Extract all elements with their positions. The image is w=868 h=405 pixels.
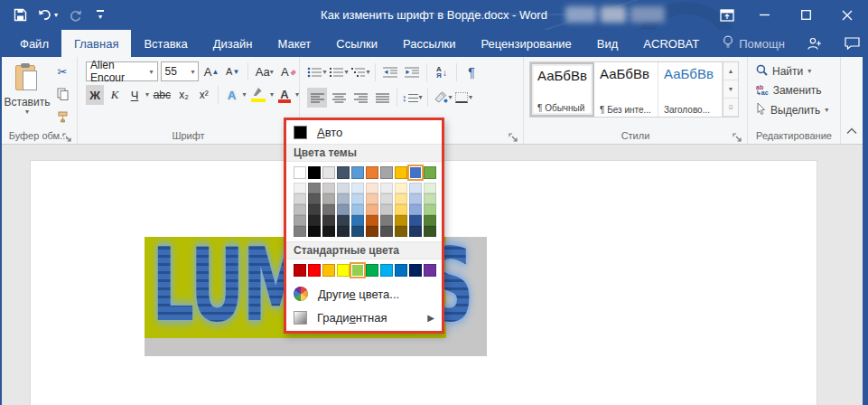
theme-variant-swatch[interactable]	[337, 193, 350, 204]
copy-icon[interactable]	[52, 85, 72, 103]
tab-Файл[interactable]: Файл	[7, 30, 61, 57]
text-effects-button[interactable]: А	[223, 85, 241, 105]
increase-indent-icon[interactable]	[402, 62, 422, 82]
paste-dropdown-arrow[interactable]: ▾	[25, 108, 29, 116]
strikethrough-button[interactable]: abc	[151, 85, 173, 105]
styles-scroll-down-icon[interactable]: ▼	[723, 80, 738, 99]
font-size-combobox[interactable]: 55▾	[161, 61, 200, 81]
theme-variant-swatch[interactable]	[395, 204, 407, 215]
italic-button[interactable]: К	[106, 85, 124, 105]
standard-color-swatch[interactable]	[366, 264, 378, 277]
theme-color-swatch[interactable]	[366, 166, 378, 179]
theme-variant-swatch[interactable]	[366, 215, 378, 226]
theme-color-swatch[interactable]	[409, 166, 422, 179]
tab-Дизайн[interactable]: Дизайн	[201, 30, 266, 57]
standard-color-swatch[interactable]	[308, 264, 321, 277]
theme-variant-swatch[interactable]	[366, 183, 378, 193]
sort-icon[interactable]: АЯ↓	[432, 62, 452, 82]
theme-variant-swatch[interactable]	[294, 215, 306, 226]
theme-variant-swatch[interactable]	[337, 204, 350, 215]
underline-button[interactable]: Ч	[126, 85, 144, 105]
clear-formatting-button[interactable]: А	[278, 61, 299, 81]
theme-variant-swatch[interactable]	[308, 193, 321, 204]
theme-variant-swatch[interactable]	[351, 204, 364, 215]
theme-variant-swatch[interactable]	[380, 226, 393, 237]
select-dropdown-arrow[interactable]: ▾	[825, 107, 828, 114]
minimize-button[interactable]	[743, 0, 785, 30]
cut-icon[interactable]: ✂	[52, 62, 72, 80]
highlight-dropdown-arrow[interactable]: ▾	[270, 91, 274, 99]
text-effects-dropdown-arrow[interactable]: ▾	[243, 91, 247, 99]
tab-ACROBAT[interactable]: ACROBAT	[630, 30, 712, 57]
theme-variant-swatch[interactable]	[395, 183, 407, 193]
theme-variant-swatch[interactable]	[308, 226, 321, 237]
theme-variant-swatch[interactable]	[366, 204, 378, 215]
paragraph-dialog-launcher-icon[interactable]	[509, 130, 519, 141]
more-colors-item[interactable]: Другие цвета...	[286, 282, 442, 306]
theme-variant-swatch[interactable]	[380, 193, 393, 204]
decrease-indent-icon[interactable]	[380, 62, 400, 82]
theme-variant-swatch[interactable]	[294, 183, 306, 193]
font-name-combobox[interactable]: Alien Encour▾	[86, 61, 158, 81]
theme-variant-swatch[interactable]	[337, 226, 350, 237]
tab-Главная[interactable]: Главная	[61, 30, 131, 57]
theme-variant-swatch[interactable]	[380, 204, 393, 215]
theme-variant-swatch[interactable]	[395, 193, 407, 204]
theme-variant-swatch[interactable]	[380, 183, 393, 193]
standard-color-swatch[interactable]	[409, 264, 422, 277]
close-button[interactable]	[826, 0, 868, 30]
theme-variant-swatch[interactable]	[351, 215, 364, 226]
tab-helper[interactable]: Помощн	[712, 30, 796, 57]
theme-variant-swatch[interactable]	[351, 226, 364, 237]
theme-variant-swatch[interactable]	[395, 215, 407, 226]
theme-variant-swatch[interactable]	[409, 226, 422, 237]
collapse-ribbon-icon[interactable]	[846, 122, 857, 138]
auto-color-item[interactable]: Авто	[286, 120, 442, 144]
style-heading[interactable]: АаБбВв Заголово...	[658, 62, 723, 117]
gradient-item[interactable]: Градиентная ▶	[286, 306, 442, 329]
theme-variant-swatch[interactable]	[366, 226, 378, 237]
underline-dropdown-arrow[interactable]: ▾	[145, 91, 149, 99]
replace-button[interactable]: ab↳ac Заменить	[756, 84, 840, 97]
bullets-icon[interactable]: ▾	[307, 62, 327, 82]
standard-color-swatch[interactable]	[380, 264, 393, 277]
theme-variant-swatch[interactable]	[395, 226, 407, 237]
theme-variant-swatch[interactable]	[294, 193, 306, 204]
theme-color-swatch[interactable]	[395, 166, 407, 179]
tab-Макет[interactable]: Макет	[265, 30, 323, 57]
standard-color-swatch[interactable]	[351, 264, 364, 277]
theme-variant-swatch[interactable]	[308, 204, 321, 215]
tab-Вид[interactable]: Вид	[584, 30, 631, 57]
theme-variant-swatch[interactable]	[424, 204, 436, 215]
bold-button[interactable]: Ж	[86, 85, 104, 105]
theme-variant-swatch[interactable]	[409, 204, 422, 215]
find-dropdown-arrow[interactable]: ▾	[807, 68, 811, 75]
paste-button[interactable]: Вставить ▾	[5, 61, 50, 123]
tab-Вставка[interactable]: Вставка	[131, 30, 200, 57]
format-painter-icon[interactable]	[52, 108, 72, 126]
theme-variant-swatch[interactable]	[409, 215, 422, 226]
numbering-icon[interactable]: ▾	[329, 62, 349, 82]
theme-variant-swatch[interactable]	[322, 183, 335, 193]
theme-variant-swatch[interactable]	[322, 226, 335, 237]
styles-more-icon[interactable]: ⍗	[723, 99, 738, 117]
theme-variant-swatch[interactable]	[322, 204, 335, 215]
subscript-button[interactable]: x₂	[175, 85, 193, 105]
clipboard-dialog-launcher-icon[interactable]	[62, 130, 73, 141]
undo-dropdown-arrow[interactable]: ▾	[54, 12, 58, 19]
align-right-icon[interactable]	[350, 88, 370, 108]
theme-variant-swatch[interactable]	[351, 183, 364, 193]
standard-color-swatch[interactable]	[395, 264, 407, 277]
superscript-button[interactable]: x²	[195, 85, 213, 105]
shrink-font-button[interactable]: А▼	[224, 61, 242, 81]
tab-Рассылки[interactable]: Рассылки	[390, 30, 468, 57]
styles-dialog-launcher-icon[interactable]	[733, 130, 743, 141]
style-no-spacing[interactable]: АаБбВв ¶ Без инте...	[594, 62, 658, 117]
theme-color-swatch[interactable]	[424, 166, 436, 179]
undo-button[interactable]: ▾	[38, 9, 58, 21]
save-icon[interactable]	[14, 8, 27, 22]
standard-color-swatch[interactable]	[322, 264, 335, 277]
theme-variant-swatch[interactable]	[322, 215, 335, 226]
theme-variant-swatch[interactable]	[322, 193, 335, 204]
font-color-dropdown-arrow[interactable]: ▾	[295, 91, 299, 99]
